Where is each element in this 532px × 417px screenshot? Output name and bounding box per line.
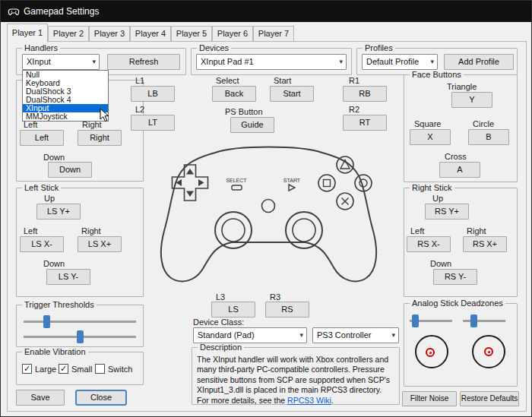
r1-bind-button[interactable]: RB [343, 86, 387, 102]
description-group-label: Description [198, 343, 244, 352]
device-select[interactable]: XInput Pad #1 ▾ [196, 54, 347, 70]
square-label: Square [414, 119, 441, 128]
slider-thumb[interactable] [412, 314, 419, 327]
add-profile-button[interactable]: Add Profile [444, 54, 514, 70]
filter-noise-button[interactable]: Filter Noise [402, 391, 457, 406]
tab-player-2[interactable]: Player 2 [48, 26, 89, 42]
slider-thumb[interactable] [77, 330, 84, 343]
rs-down-bind-button[interactable]: RS Y- [433, 269, 477, 285]
right-analog-stick-inner [293, 219, 315, 242]
select-button-shape [232, 185, 242, 190]
rs-down-label: Down [430, 259, 451, 268]
right-stick-deadzone-preview [472, 335, 505, 368]
handler-description-text: The XInput handler will work with Xbox c… [197, 355, 394, 400]
right-stick-deadzone-slider[interactable] [463, 320, 505, 322]
l3-label: L3 [216, 292, 225, 302]
tab-player-6[interactable]: Player 6 [212, 26, 253, 42]
profile-selected-value: Default Profile [366, 57, 419, 66]
left-analog-stick-inner [222, 219, 245, 242]
handler-select[interactable]: XInput ▾ [22, 54, 100, 70]
select-engraving: SELECT [226, 178, 247, 183]
close-button[interactable]: Close [75, 390, 127, 406]
vibration-small-checkbox[interactable]: ✓ [59, 364, 68, 374]
dpad-left-bind-button[interactable]: Left [20, 130, 64, 146]
save-button[interactable]: Save [16, 390, 65, 406]
dpad-down-label: Down [43, 153, 65, 162]
circle-bind-button[interactable]: B [468, 129, 509, 145]
tab-player-7[interactable]: Player 7 [253, 26, 294, 42]
triangle-label: Triangle [447, 82, 477, 91]
ls-down-bind-button[interactable]: LS Y- [46, 269, 90, 285]
slider-thumb[interactable] [470, 314, 477, 327]
slider-thumb[interactable] [43, 315, 50, 328]
start-bind-button[interactable]: Start [270, 86, 314, 102]
ls-left-bind-button[interactable]: LS X- [20, 236, 64, 252]
refresh-button[interactable]: Refresh [107, 54, 180, 70]
left-trigger-threshold-slider[interactable] [24, 321, 136, 323]
cross-label: Cross [445, 152, 467, 161]
r2-bind-button[interactable]: RT [343, 115, 387, 131]
stick-position-dot [488, 351, 490, 353]
rs-right-bind-button[interactable]: RS X+ [463, 236, 507, 252]
cross-bind-button[interactable]: A [439, 162, 480, 178]
tab-player-1[interactable]: Player 1 [7, 24, 48, 43]
handler-selected-value: XInput [27, 57, 51, 66]
l2-label: L2 [135, 105, 144, 114]
tab-player-3[interactable]: Player 3 [89, 26, 130, 42]
rs-left-bind-button[interactable]: RS X- [407, 236, 451, 252]
r3-bind-button[interactable]: RS [265, 302, 309, 317]
controller-illustration: SELECT START [141, 136, 396, 292]
left-stick-deadzone-slider[interactable] [410, 320, 452, 322]
chevron-down-icon: ▾ [430, 55, 434, 69]
square-bind-button[interactable]: X [410, 129, 451, 145]
l2-bind-button[interactable]: LT [131, 115, 175, 131]
ls-down-label: Down [43, 259, 65, 268]
vibration-large-checkbox[interactable]: ✓ [22, 364, 32, 374]
device-class-select[interactable]: Standard (Pad) ▾ [193, 327, 307, 343]
l1-bind-button[interactable]: LB [131, 86, 175, 102]
trigger-thresholds-group-label: Trigger Thresholds [22, 300, 97, 309]
dpad-down-bind-button[interactable]: Down [48, 162, 92, 178]
handler-option-mmjoystick[interactable]: MMJoystick [23, 112, 108, 121]
right-trigger-threshold-slider[interactable] [24, 336, 136, 338]
rpcs3-wiki-link[interactable]: RPCS3 Wiki [287, 396, 331, 405]
left-stick-deadzone-preview [415, 335, 448, 368]
ls-up-bind-button[interactable]: LS Y+ [36, 204, 81, 220]
stick-position-dot [429, 352, 432, 354]
ps-home-button [262, 200, 275, 213]
square-glyph [324, 180, 331, 187]
device-selected-value: XInput Pad #1 [201, 57, 254, 66]
ls-right-bind-button[interactable]: LS X+ [78, 236, 122, 252]
r3-label: R3 [270, 292, 280, 302]
chevron-down-icon: ▾ [339, 55, 343, 69]
vibration-small-label: Small [71, 365, 93, 374]
chevron-down-icon: ▾ [391, 328, 395, 343]
restore-defaults-button[interactable]: Restore Defaults [460, 391, 519, 406]
l3-bind-button[interactable]: LS [211, 302, 255, 317]
device-class-label: Device Class: [193, 317, 244, 327]
dpad-down-arrow [186, 191, 194, 197]
rs-left-label: Left [410, 226, 424, 235]
rs-up-label: Up [432, 194, 443, 203]
tab-player-5[interactable]: Player 5 [171, 26, 212, 42]
controller-body [161, 147, 376, 282]
ps-bind-button[interactable]: Guide [230, 117, 274, 133]
rs-up-bind-button[interactable]: RS Y+ [425, 204, 469, 220]
dpad-right-bind-button[interactable]: Right [78, 130, 122, 146]
controller-type-select[interactable]: PS3 Controller ▾ [312, 327, 399, 343]
square-button-circle [318, 175, 335, 191]
tab-player-4[interactable]: Player 4 [130, 26, 171, 42]
profiles-group-label: Profiles [363, 43, 395, 52]
mouse-cursor [100, 108, 109, 122]
circle-label: Circle [473, 119, 494, 128]
vibration-switch-checkbox[interactable] [95, 364, 105, 374]
vibration-switch-label: Switch [108, 365, 132, 374]
chevron-down-icon: ▾ [92, 55, 96, 69]
triangle-bind-button[interactable]: Y [451, 92, 492, 108]
rs-right-label: Right [467, 226, 486, 235]
ps-button-label: PS Button [225, 107, 263, 116]
devices-group-label: Devices [197, 43, 231, 52]
profile-select[interactable]: Default Profile ▾ [362, 54, 438, 70]
title-bar: Gamepad Settings [1, 1, 531, 22]
select-bind-button[interactable]: Back [212, 86, 256, 102]
